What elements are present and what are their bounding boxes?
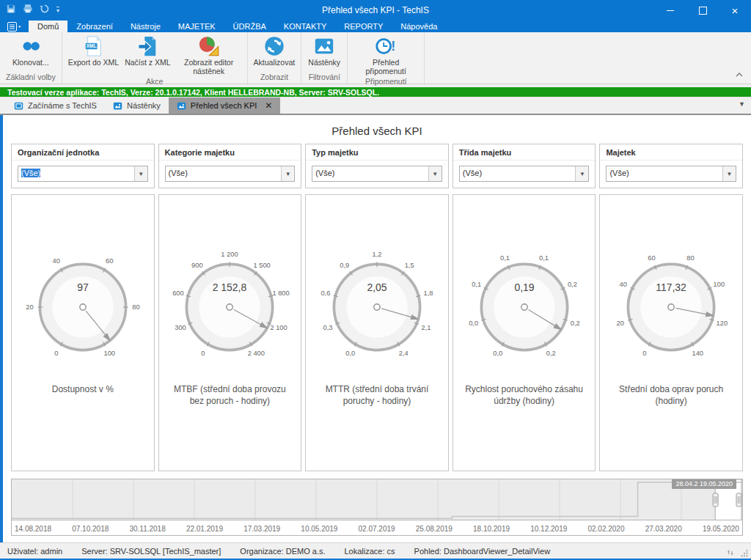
ribbon-button-label: Aktualizovat: [254, 58, 296, 67]
gauge-dial: 0,00,00,10,10,10,20,20,20,19: [456, 239, 593, 375]
xml-import-icon: [136, 35, 158, 57]
document-tab-nastenky[interactable]: Nástěnky: [105, 97, 169, 114]
save-quick-button[interactable]: [6, 5, 16, 15]
svg-text:20: 20: [617, 320, 624, 327]
document-tab-prehled-vsech-kpi[interactable]: Přehled všech KPI✕: [169, 97, 281, 114]
refresh-small-quick-button[interactable]: [40, 5, 50, 15]
ribbon-tab-domu[interactable]: Domů: [29, 21, 67, 32]
resize-grip[interactable]: [741, 550, 748, 557]
combobox-value-text: (Vše): [169, 169, 188, 177]
prehled-pripomenuti-button[interactable]: !Přehled připomenutí: [351, 34, 421, 76]
kpi-gauge-card-dostupnost-v[interactable]: 02040608010097Dostupnost v %: [11, 194, 155, 471]
tab-close-icon[interactable]: ✕: [265, 100, 272, 111]
filter-combobox-organizacni-jednotka[interactable]: (Vše)▼: [18, 166, 148, 182]
timeline-selection-label: 28.04.2 19.05.2020: [672, 479, 736, 489]
ribbon-tab-majetek[interactable]: MAJETEK: [169, 21, 224, 32]
ribbon-tab-udrzba[interactable]: ÚDRŽBA: [224, 21, 275, 32]
combobox-value-text: (Vše): [315, 169, 334, 177]
combobox-value: (Vše): [18, 166, 134, 181]
combobox-dropdown-button[interactable]: ▼: [134, 166, 147, 181]
nacist-z-xml-button[interactable]: Načíst z XML: [122, 34, 173, 67]
document-tab-label: Přehled všech KPI: [191, 101, 257, 110]
filter-combobox-kategorie-majetku[interactable]: (Vše)▼: [165, 166, 296, 182]
filter-combobox-trida-majetku[interactable]: (Vše)▼: [459, 166, 590, 182]
kpi-gauge-card-stredni-doba-oprav-poruc[interactable]: 020406080100120140117,32Střední doba opr…: [599, 194, 743, 471]
status-item-pohled: Pohled: DashboardViewer_DetailView: [414, 547, 551, 556]
close-button[interactable]: ×: [719, 0, 751, 21]
filter-label: Typ majetku: [306, 144, 448, 161]
combobox-dropdown-button[interactable]: ▼: [575, 166, 588, 181]
timeline-right-handle[interactable]: [736, 493, 741, 506]
ribbon-tab-napoveda[interactable]: Nápověda: [392, 21, 446, 32]
sync-arrows-icon: [725, 548, 736, 557]
minimize-button[interactable]: [654, 0, 686, 21]
combobox-value: (Vše): [166, 166, 282, 181]
filter-panel-trida-majetku: Třída majetku(Vše)▼: [453, 144, 596, 188]
ribbon-button-label: Přehled připomenutí: [353, 58, 418, 75]
export-do-xml-button[interactable]: XMLExport do XML: [65, 34, 122, 67]
status-items: Uživatel: adminServer: SRV-SOLSQL [TechI…: [7, 547, 550, 556]
ribbon-collapse-button[interactable]: [735, 67, 744, 80]
ribbon-button-label: Zobrazit editor nástěnek: [177, 58, 241, 75]
tab-list-dropdown[interactable]: ▼: [739, 100, 745, 108]
svg-text:0,6: 0,6: [320, 290, 330, 297]
timeline-left-handle[interactable]: [713, 493, 718, 506]
svg-text:0,1: 0,1: [472, 281, 481, 288]
status-item-server: Server: SRV-SOLSQL [TechIS_master]: [81, 547, 221, 556]
aktualizovat-button[interactable]: Aktualizovat: [251, 34, 298, 67]
combobox-dropdown-button[interactable]: ▼: [428, 166, 442, 181]
svg-text:0: 0: [54, 350, 58, 357]
svg-text:1 200: 1 200: [221, 251, 238, 258]
timeline-date: 10.05.2019: [301, 525, 337, 533]
timeline-date: 07.10.2018: [72, 525, 109, 533]
gauge-caption: Střední doba oprav poruch (hodiny): [600, 384, 742, 407]
svg-text:20: 20: [26, 303, 33, 311]
filter-combobox-majetek[interactable]: (Vše)▼: [606, 166, 736, 182]
dashboard-tab-icon: [177, 101, 186, 111]
svg-text:0,19: 0,19: [514, 281, 534, 293]
filter-combobox-typ-majetku[interactable]: (Vše)▼: [312, 166, 442, 182]
combobox-dropdown-button[interactable]: ▼: [281, 166, 294, 181]
timeline-range-selector[interactable]: 28.04.2 19.05.2020 14.08.201807.10.20183…: [11, 479, 743, 536]
kpi-gauge-card-rychlost-poruchoveho-zas[interactable]: 0,00,00,10,10,10,20,20,20,19Rychlost por…: [453, 194, 596, 471]
ribbon-group-akce: XMLExport do XMLNačíst z XMLZobrazit edi…: [62, 32, 248, 84]
refresh-small-icon: [40, 4, 50, 17]
kpi-gauge-card-mtbf-stredni-doba-provoz[interactable]: 03006009001 2001 5001 8002 1002 4002 152…: [158, 194, 302, 471]
svg-text:100: 100: [714, 281, 725, 288]
svg-text:0: 0: [202, 350, 205, 357]
dashboard-tab-icon: [113, 101, 122, 111]
filter-panel-typ-majetku: Typ majetku(Vše)▼: [305, 144, 449, 188]
application-menu-button[interactable]: [4, 21, 29, 32]
svg-text:60: 60: [106, 257, 113, 265]
svg-text:117,32: 117,32: [656, 281, 686, 293]
klonovat-button[interactable]: Klonovat...: [10, 34, 52, 67]
zobrazit-editor-nastenek-button[interactable]: Zobrazit editor nástěnek: [174, 34, 244, 76]
combobox-dropdown-button[interactable]: ▼: [722, 166, 736, 181]
ribbon-tab-kontakty[interactable]: KONTAKTY: [275, 21, 335, 32]
window-title: Přehled všech KPI - TechIS: [0, 5, 751, 15]
minimize-icon: [667, 10, 674, 11]
status-item-lokalizace: Lokalizace: cs: [345, 547, 395, 556]
window-controls: ×: [654, 0, 751, 21]
kpi-gauge-card-mttr-stredni-doba-trvani[interactable]: 0,00,30,60,91,21,51,82,12,42,05MTTR (stř…: [305, 194, 449, 471]
maximize-button[interactable]: [686, 0, 719, 21]
ribbon-group-zobrazit: AktualizovatZobrazit: [248, 32, 302, 84]
nastenky-button[interactable]: Nástěnky: [304, 34, 344, 67]
ribbon-tab-nastroje[interactable]: Nástroje: [122, 21, 169, 32]
svg-text:300: 300: [175, 324, 187, 331]
timeline-chart[interactable]: [12, 479, 742, 520]
svg-text:600: 600: [173, 290, 185, 297]
document-tab-zaciname-s-techis[interactable]: Začínáme s TechIS: [6, 97, 105, 114]
ribbon-tab-zobrazeni[interactable]: Zobrazení: [67, 21, 122, 32]
combobox-value: (Vše): [607, 166, 722, 181]
svg-text:0,0: 0,0: [345, 350, 355, 357]
print-quick-button[interactable]: [23, 5, 33, 15]
ribbon-group-label: Základní volby: [0, 72, 62, 84]
combobox-value-text: (Vše): [21, 169, 40, 177]
ribbon-groups: Klonovat...Základní volbyXMLExport do XM…: [0, 32, 425, 84]
quick-access-customize-dropdown[interactable]: ▾: [56, 7, 59, 14]
reminder-icon: !: [375, 35, 397, 57]
save-icon: [6, 4, 16, 17]
chevron-up-icon: [735, 72, 744, 77]
ribbon-tab-reporty[interactable]: REPORTY: [335, 21, 392, 32]
